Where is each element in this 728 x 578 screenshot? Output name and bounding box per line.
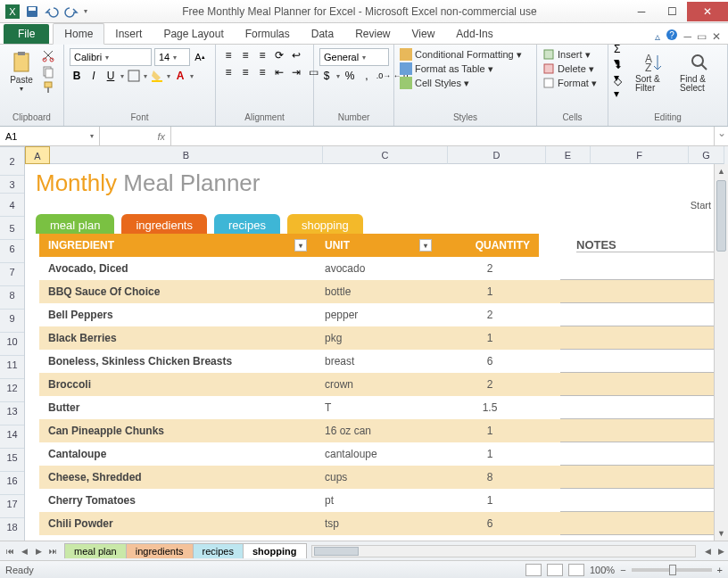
content-tab-shopping[interactable]: shopping: [287, 214, 363, 234]
row-header-5[interactable]: 5: [0, 217, 24, 240]
column-header-A[interactable]: A: [25, 146, 50, 164]
conditional-formatting-button[interactable]: Conditional Formatting ▾: [400, 48, 522, 61]
formula-input[interactable]: [171, 127, 714, 145]
number-format-combo[interactable]: General▾: [319, 48, 389, 66]
row-header-17[interactable]: 17: [0, 495, 24, 518]
zoom-out-icon[interactable]: −: [620, 565, 625, 575]
tab-data[interactable]: Data: [301, 24, 344, 44]
notes-line[interactable]: [560, 489, 721, 512]
font-size-combo[interactable]: 14▾: [154, 48, 190, 66]
sheet-nav[interactable]: ⏮◀▶⏭: [4, 547, 59, 556]
sort-filter-button[interactable]: AZ Sort & Filter: [632, 48, 673, 95]
percent-icon[interactable]: %: [343, 69, 357, 83]
row-header-8[interactable]: 8: [0, 286, 24, 310]
row-header-12[interactable]: 12: [0, 379, 24, 402]
notes-line[interactable]: [560, 419, 721, 442]
tab-formulas[interactable]: Formulas: [235, 24, 301, 44]
row-header-15[interactable]: 15: [0, 449, 24, 472]
redo-icon[interactable]: [64, 4, 79, 19]
tab-review[interactable]: Review: [344, 24, 401, 44]
zoom-level[interactable]: 100%: [590, 565, 615, 575]
zoom-in-icon[interactable]: +: [717, 565, 723, 575]
page-layout-view-icon[interactable]: [547, 564, 563, 576]
column-header-E[interactable]: E: [546, 146, 591, 164]
format-cells-button[interactable]: Format ▾: [542, 77, 597, 89]
column-header-G[interactable]: G: [689, 146, 724, 164]
content-tab-meal-plan[interactable]: meal plan: [36, 214, 114, 234]
normal-view-icon[interactable]: [525, 564, 542, 576]
sheet-tab-ingredients[interactable]: ingredients: [126, 543, 194, 558]
underline-icon[interactable]: U: [103, 69, 118, 83]
filter-unit-icon[interactable]: ▾: [419, 239, 432, 252]
window-minimize-icon[interactable]: ─: [683, 30, 691, 43]
sheet-tab-meal-plan[interactable]: meal plan: [64, 543, 127, 558]
copy-icon[interactable]: [41, 64, 55, 78]
notes-line[interactable]: [560, 257, 721, 280]
row-header-7[interactable]: 7: [0, 263, 24, 286]
help-icon[interactable]: ?: [666, 29, 678, 44]
notes-line[interactable]: [560, 396, 721, 419]
fx-label[interactable]: fx: [100, 127, 171, 145]
qat-dropdown-icon[interactable]: ▾: [84, 7, 87, 15]
content-tab-ingredients[interactable]: ingredients: [121, 214, 207, 234]
notes-line[interactable]: [560, 466, 721, 489]
orientation-icon[interactable]: ⟳: [272, 48, 286, 62]
column-header-B[interactable]: B: [50, 146, 323, 164]
row-header-6[interactable]: 6: [0, 240, 24, 263]
align-middle-icon[interactable]: ≡: [238, 48, 252, 62]
column-header-F[interactable]: F: [591, 146, 689, 164]
align-left-icon[interactable]: ≡: [221, 65, 236, 79]
notes-line[interactable]: [560, 326, 721, 350]
tab-addins[interactable]: Add-Ins: [445, 24, 503, 44]
tab-page-layout[interactable]: Page Layout: [153, 24, 234, 44]
row-header-10[interactable]: 10: [0, 333, 24, 356]
row-header-2[interactable]: 2: [0, 147, 24, 176]
close-button[interactable]: ✕: [687, 2, 728, 21]
page-break-view-icon[interactable]: [568, 564, 584, 576]
sheet-tab-shopping[interactable]: shopping: [243, 543, 307, 558]
fill-color-icon[interactable]: [150, 69, 164, 83]
name-box[interactable]: A1▾: [0, 127, 100, 145]
find-select-button[interactable]: Find & Select: [676, 48, 722, 95]
font-color-icon[interactable]: A: [173, 69, 187, 83]
row-header-13[interactable]: 13: [0, 402, 24, 425]
row-header-16[interactable]: 16: [0, 472, 24, 495]
sheet-content[interactable]: Monthly Meal Planner Start D meal planin…: [25, 164, 728, 541]
format-painter-icon[interactable]: [41, 80, 55, 95]
tab-home[interactable]: Home: [53, 23, 104, 45]
row-header-9[interactable]: 9: [0, 310, 24, 333]
column-header-C[interactable]: C: [323, 146, 448, 164]
align-right-icon[interactable]: ≡: [255, 65, 269, 79]
format-as-table-button[interactable]: Format as Table ▾: [400, 62, 493, 75]
undo-icon[interactable]: [45, 4, 59, 19]
horizontal-scrollbar[interactable]: [311, 545, 697, 557]
maximize-button[interactable]: ☐: [657, 2, 687, 21]
insert-cells-button[interactable]: Insert ▾: [542, 48, 591, 61]
increase-decimal-icon[interactable]: .0→: [376, 69, 391, 83]
align-top-icon[interactable]: ≡: [221, 48, 236, 62]
notes-line[interactable]: [560, 350, 721, 373]
content-tab-recipes[interactable]: recipes: [214, 214, 280, 234]
border-icon[interactable]: [127, 69, 141, 83]
notes-line[interactable]: [560, 512, 721, 535]
italic-icon[interactable]: I: [87, 69, 101, 83]
window-close-icon[interactable]: ✕: [712, 30, 721, 43]
notes-line[interactable]: [560, 442, 721, 466]
notes-line[interactable]: [560, 303, 721, 326]
row-header-14[interactable]: 14: [0, 425, 24, 449]
zoom-slider[interactable]: [632, 568, 712, 572]
vertical-scrollbar[interactable]: ▲▼: [714, 164, 728, 541]
bold-icon[interactable]: B: [70, 69, 84, 83]
column-header-D[interactable]: D: [448, 146, 546, 164]
decrease-indent-icon[interactable]: ⇤: [272, 65, 286, 79]
notes-line[interactable]: [560, 373, 721, 396]
sheet-tab-recipes[interactable]: recipes: [193, 543, 244, 558]
comma-icon[interactable]: ,: [360, 69, 374, 83]
notes-line[interactable]: [560, 280, 721, 303]
delete-cells-button[interactable]: Delete ▾: [542, 62, 594, 75]
font-name-combo[interactable]: Calibri▾: [70, 48, 152, 66]
accounting-format-icon[interactable]: $: [319, 69, 334, 83]
window-restore-icon[interactable]: ▭: [697, 30, 707, 43]
tab-view[interactable]: View: [401, 24, 446, 44]
cell-styles-button[interactable]: Cell Styles ▾: [400, 77, 469, 89]
